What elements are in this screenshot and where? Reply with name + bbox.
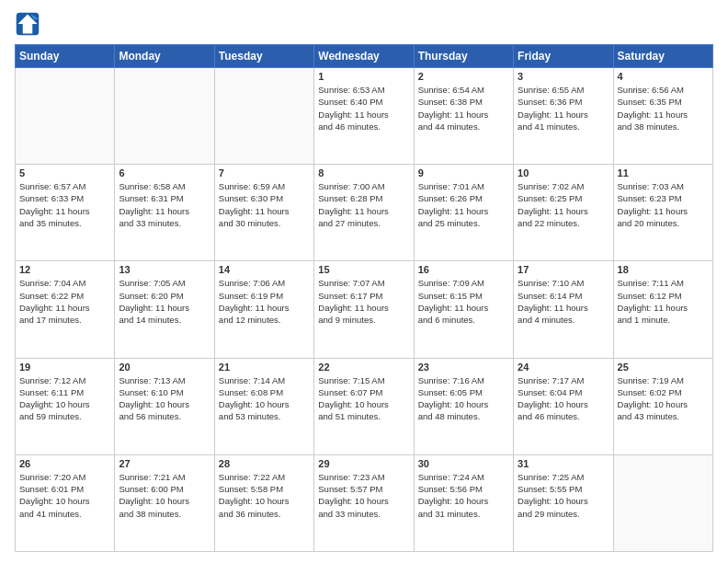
day-number: 6 <box>119 167 210 178</box>
day-info: Sunrise: 7:01 AM Sunset: 6:26 PM Dayligh… <box>418 180 509 229</box>
weekday-header-row: SundayMondayTuesdayWednesdayThursdayFrid… <box>16 45 713 68</box>
week-row-3: 12Sunrise: 7:04 AM Sunset: 6:22 PM Dayli… <box>16 261 713 358</box>
day-number: 3 <box>518 71 609 82</box>
day-info: Sunrise: 7:06 AM Sunset: 6:19 PM Dayligh… <box>219 277 310 326</box>
calendar-cell <box>214 68 313 165</box>
day-number: 31 <box>518 458 609 469</box>
week-row-5: 26Sunrise: 7:20 AM Sunset: 6:01 PM Dayli… <box>16 454 713 551</box>
day-number: 23 <box>418 362 509 373</box>
day-info: Sunrise: 7:02 AM Sunset: 6:25 PM Dayligh… <box>518 180 609 229</box>
calendar-cell: 24Sunrise: 7:17 AM Sunset: 6:04 PM Dayli… <box>514 358 613 454</box>
day-number: 12 <box>19 264 110 275</box>
day-number: 21 <box>219 362 310 373</box>
weekday-header-thursday: Thursday <box>414 45 513 68</box>
calendar-cell: 14Sunrise: 7:06 AM Sunset: 6:19 PM Dayli… <box>214 261 313 358</box>
day-number: 9 <box>418 167 509 178</box>
day-info: Sunrise: 7:15 AM Sunset: 6:07 PM Dayligh… <box>318 374 409 423</box>
calendar-cell: 23Sunrise: 7:16 AM Sunset: 6:05 PM Dayli… <box>414 358 513 454</box>
calendar-cell: 9Sunrise: 7:01 AM Sunset: 6:26 PM Daylig… <box>414 165 513 261</box>
week-row-2: 5Sunrise: 6:57 AM Sunset: 6:33 PM Daylig… <box>16 165 713 261</box>
calendar-cell: 13Sunrise: 7:05 AM Sunset: 6:20 PM Dayli… <box>115 261 214 358</box>
day-number: 5 <box>19 167 110 178</box>
day-info: Sunrise: 7:14 AM Sunset: 6:08 PM Dayligh… <box>219 374 310 423</box>
day-number: 26 <box>19 458 110 469</box>
day-info: Sunrise: 6:56 AM Sunset: 6:35 PM Dayligh… <box>618 84 709 132</box>
calendar-cell: 20Sunrise: 7:13 AM Sunset: 6:10 PM Dayli… <box>115 358 214 454</box>
calendar-cell: 15Sunrise: 7:07 AM Sunset: 6:17 PM Dayli… <box>314 261 414 358</box>
calendar-cell <box>115 68 214 165</box>
day-info: Sunrise: 7:13 AM Sunset: 6:10 PM Dayligh… <box>119 374 210 423</box>
day-number: 29 <box>318 458 409 469</box>
day-number: 11 <box>618 167 709 178</box>
day-info: Sunrise: 7:04 AM Sunset: 6:22 PM Dayligh… <box>19 277 110 326</box>
calendar-cell: 6Sunrise: 6:58 AM Sunset: 6:31 PM Daylig… <box>115 165 214 261</box>
calendar-cell <box>613 454 712 551</box>
day-number: 2 <box>418 71 509 82</box>
day-info: Sunrise: 7:22 AM Sunset: 5:58 PM Dayligh… <box>219 471 310 520</box>
day-number: 16 <box>418 264 509 275</box>
calendar-cell: 11Sunrise: 7:03 AM Sunset: 6:23 PM Dayli… <box>613 165 712 261</box>
calendar-cell: 21Sunrise: 7:14 AM Sunset: 6:08 PM Dayli… <box>214 358 313 454</box>
day-info: Sunrise: 6:59 AM Sunset: 6:30 PM Dayligh… <box>219 180 310 229</box>
day-number: 27 <box>119 458 210 469</box>
weekday-header-sunday: Sunday <box>16 45 115 68</box>
day-info: Sunrise: 6:58 AM Sunset: 6:31 PM Dayligh… <box>119 180 210 229</box>
day-info: Sunrise: 6:55 AM Sunset: 6:36 PM Dayligh… <box>518 84 609 132</box>
page: SundayMondayTuesdayWednesdayThursdayFrid… <box>0 0 728 563</box>
day-number: 18 <box>618 264 709 275</box>
day-info: Sunrise: 6:54 AM Sunset: 6:38 PM Dayligh… <box>418 84 509 132</box>
day-info: Sunrise: 7:17 AM Sunset: 6:04 PM Dayligh… <box>518 374 609 423</box>
week-row-4: 19Sunrise: 7:12 AM Sunset: 6:11 PM Dayli… <box>16 358 713 454</box>
week-row-1: 1Sunrise: 6:53 AM Sunset: 6:40 PM Daylig… <box>16 68 713 165</box>
logo-icon <box>15 11 40 37</box>
day-info: Sunrise: 7:16 AM Sunset: 6:05 PM Dayligh… <box>418 374 509 423</box>
calendar-cell: 1Sunrise: 6:53 AM Sunset: 6:40 PM Daylig… <box>314 68 414 165</box>
day-info: Sunrise: 7:21 AM Sunset: 6:00 PM Dayligh… <box>119 471 210 520</box>
day-info: Sunrise: 7:05 AM Sunset: 6:20 PM Dayligh… <box>119 277 210 326</box>
day-info: Sunrise: 7:20 AM Sunset: 6:01 PM Dayligh… <box>19 471 110 520</box>
day-number: 17 <box>518 264 609 275</box>
weekday-header-wednesday: Wednesday <box>314 45 414 68</box>
day-info: Sunrise: 7:25 AM Sunset: 5:55 PM Dayligh… <box>518 471 609 520</box>
day-number: 24 <box>518 362 609 373</box>
day-info: Sunrise: 7:23 AM Sunset: 5:57 PM Dayligh… <box>318 471 409 520</box>
calendar-cell: 25Sunrise: 7:19 AM Sunset: 6:02 PM Dayli… <box>613 358 712 454</box>
day-info: Sunrise: 7:24 AM Sunset: 5:56 PM Dayligh… <box>418 471 509 520</box>
calendar-cell: 10Sunrise: 7:02 AM Sunset: 6:25 PM Dayli… <box>514 165 613 261</box>
day-number: 20 <box>119 362 210 373</box>
calendar-cell: 3Sunrise: 6:55 AM Sunset: 6:36 PM Daylig… <box>514 68 613 165</box>
calendar-cell: 4Sunrise: 6:56 AM Sunset: 6:35 PM Daylig… <box>613 68 712 165</box>
calendar-cell: 8Sunrise: 7:00 AM Sunset: 6:28 PM Daylig… <box>314 165 414 261</box>
calendar-cell: 31Sunrise: 7:25 AM Sunset: 5:55 PM Dayli… <box>514 454 613 551</box>
calendar-cell: 27Sunrise: 7:21 AM Sunset: 6:00 PM Dayli… <box>115 454 214 551</box>
day-number: 22 <box>318 362 409 373</box>
calendar-cell <box>16 68 115 165</box>
day-info: Sunrise: 7:00 AM Sunset: 6:28 PM Dayligh… <box>318 180 409 229</box>
weekday-header-saturday: Saturday <box>613 45 712 68</box>
day-number: 25 <box>618 362 709 373</box>
calendar-cell: 26Sunrise: 7:20 AM Sunset: 6:01 PM Dayli… <box>16 454 115 551</box>
day-number: 7 <box>219 167 310 178</box>
calendar-cell: 28Sunrise: 7:22 AM Sunset: 5:58 PM Dayli… <box>214 454 313 551</box>
logo <box>15 11 44 37</box>
day-info: Sunrise: 7:19 AM Sunset: 6:02 PM Dayligh… <box>618 374 709 423</box>
calendar-cell: 17Sunrise: 7:10 AM Sunset: 6:14 PM Dayli… <box>514 261 613 358</box>
day-number: 19 <box>19 362 110 373</box>
calendar-cell: 19Sunrise: 7:12 AM Sunset: 6:11 PM Dayli… <box>16 358 115 454</box>
weekday-header-friday: Friday <box>514 45 613 68</box>
calendar-cell: 2Sunrise: 6:54 AM Sunset: 6:38 PM Daylig… <box>414 68 513 165</box>
header <box>15 11 713 37</box>
day-number: 10 <box>518 167 609 178</box>
weekday-header-tuesday: Tuesday <box>214 45 313 68</box>
day-number: 4 <box>618 71 709 82</box>
weekday-header-monday: Monday <box>115 45 214 68</box>
calendar-cell: 16Sunrise: 7:09 AM Sunset: 6:15 PM Dayli… <box>414 261 513 358</box>
day-number: 30 <box>418 458 509 469</box>
day-number: 1 <box>318 71 409 82</box>
day-info: Sunrise: 6:53 AM Sunset: 6:40 PM Dayligh… <box>318 84 409 132</box>
day-number: 8 <box>318 167 409 178</box>
day-info: Sunrise: 7:09 AM Sunset: 6:15 PM Dayligh… <box>418 277 509 326</box>
day-info: Sunrise: 7:03 AM Sunset: 6:23 PM Dayligh… <box>618 180 709 229</box>
calendar-cell: 18Sunrise: 7:11 AM Sunset: 6:12 PM Dayli… <box>613 261 712 358</box>
day-info: Sunrise: 6:57 AM Sunset: 6:33 PM Dayligh… <box>19 180 110 229</box>
